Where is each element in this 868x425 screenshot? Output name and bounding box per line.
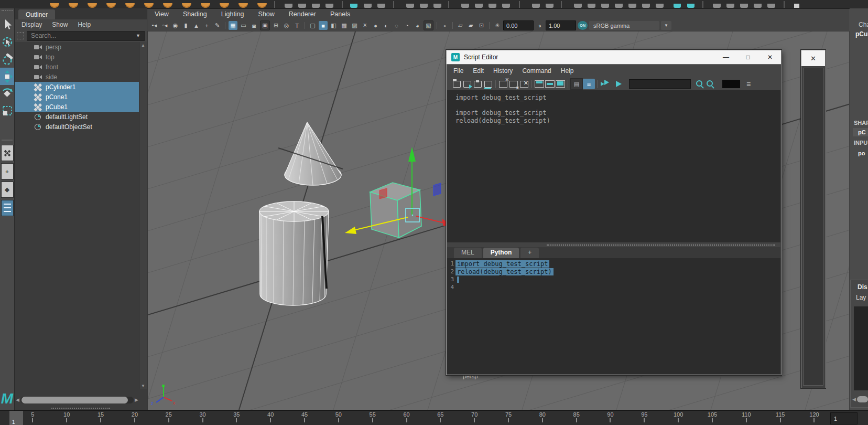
- input-node-name[interactable]: po: [858, 150, 865, 156]
- display-tab-label[interactable]: Dis: [858, 283, 867, 291]
- exposure-icon[interactable]: ✳: [493, 21, 502, 30]
- outliner-item[interactable]: top: [15, 52, 139, 62]
- history-line[interactable]: import debug_test_script: [455, 94, 780, 102]
- history-line[interactable]: reload(debug_test_script): [455, 117, 780, 125]
- rotate-tool-button[interactable]: [0, 85, 14, 102]
- timeline-tick[interactable]: 110: [729, 411, 763, 425]
- shelf-icon[interactable]: [364, 4, 372, 8]
- safe-title-icon[interactable]: T: [292, 21, 301, 30]
- scroll-left-icon[interactable]: ◀: [16, 397, 19, 402]
- shelf-icon[interactable]: [420, 4, 428, 8]
- shelf-icon[interactable]: [220, 3, 229, 8]
- load-script-button[interactable]: [451, 79, 462, 89]
- shaded-icon[interactable]: ■: [319, 21, 328, 30]
- shelf-icon[interactable]: [461, 4, 469, 8]
- viewport-menu-item[interactable]: Panels: [330, 10, 350, 18]
- select-tool-button[interactable]: [0, 16, 14, 33]
- layout-four-pane-button[interactable]: +: [1, 163, 14, 179]
- timeline-tick[interactable]: 85: [559, 411, 593, 425]
- timeline-tick[interactable]: 100: [661, 411, 696, 425]
- viewport-menu-item[interactable]: Lighting: [221, 10, 244, 18]
- isolate-select-icon[interactable]: ▫: [440, 21, 449, 30]
- grease-pencil-icon[interactable]: ✎: [213, 21, 222, 30]
- shelf-icon[interactable]: [201, 3, 210, 8]
- script-editor-tab[interactable]: +: [520, 248, 539, 258]
- shelf-icon[interactable]: [794, 4, 799, 8]
- grid-icon[interactable]: ▦: [229, 21, 237, 30]
- partial-window-titlebar[interactable]: ✕: [801, 50, 825, 66]
- shelf-icon[interactable]: [433, 4, 441, 8]
- shelf-icon[interactable]: [163, 3, 172, 8]
- shelf-icon[interactable]: [274, 1, 275, 8]
- clear-input-button[interactable]: [508, 79, 519, 89]
- shelf-icon[interactable]: [726, 4, 734, 8]
- lighting-icon[interactable]: ☀: [361, 21, 370, 30]
- timeline-tick[interactable]: 115: [763, 411, 797, 425]
- channels-menu-label[interactable]: Cha: [859, 21, 868, 28]
- timeline-tick[interactable]: 75: [492, 411, 526, 425]
- timeline-tick[interactable]: 65: [424, 411, 458, 425]
- shelf-icon[interactable]: [784, 1, 785, 8]
- shelf-icon[interactable]: [628, 4, 636, 8]
- paint-select-tool-button[interactable]: [0, 50, 14, 68]
- code-line[interactable]: 2 reload(debug_test_script): [447, 268, 780, 275]
- execute-button[interactable]: [612, 79, 623, 89]
- timeline-tick[interactable]: 95: [627, 411, 661, 425]
- layout-outliner-persp-button[interactable]: [1, 200, 14, 216]
- shelf-icon[interactable]: [754, 4, 762, 8]
- shelf-icon[interactable]: [342, 1, 343, 8]
- command-completion-button[interactable]: [570, 78, 583, 90]
- maximize-button[interactable]: □: [737, 50, 759, 64]
- scrollbar-thumb[interactable]: [857, 396, 868, 402]
- script-editor-menu-item[interactable]: Help: [561, 67, 574, 75]
- show-history-only-button[interactable]: [534, 79, 545, 89]
- wireframe-icon[interactable]: ▢: [308, 21, 317, 30]
- toolbox-grip[interactable]: [2, 10, 13, 15]
- timeline-tick[interactable]: 40: [254, 411, 288, 425]
- manipulator-plane-z-handle[interactable]: [433, 183, 441, 196]
- script-editor-menu-item[interactable]: History: [493, 67, 513, 75]
- panel-resize-grip[interactable]: [51, 408, 110, 409]
- shelf-icon[interactable]: [393, 1, 394, 8]
- shelf-icon[interactable]: [285, 4, 292, 8]
- manipulator-plane-x-handle[interactable]: [379, 188, 387, 199]
- outliner-menu-item[interactable]: Show: [52, 21, 68, 28]
- script-editor-tab[interactable]: MEL: [454, 248, 482, 258]
- shelf-icon[interactable]: [350, 4, 357, 8]
- outliner-item[interactable]: persp: [15, 42, 139, 52]
- clear-all-button[interactable]: [519, 79, 529, 89]
- scale-tool-button[interactable]: [0, 102, 14, 120]
- pan-zoom-icon[interactable]: +: [202, 21, 211, 30]
- shelf-icon[interactable]: [125, 3, 135, 8]
- shelf-icon[interactable]: [601, 4, 609, 8]
- script-editor-menu-item[interactable]: File: [453, 67, 463, 75]
- history-line[interactable]: [455, 102, 780, 110]
- color-space-arrow[interactable]: ▼: [661, 21, 671, 30]
- outliner-item[interactable]: side: [15, 72, 139, 82]
- execute-all-button[interactable]: [600, 79, 612, 89]
- shelf-icon[interactable]: [88, 3, 97, 8]
- gate-mask-icon[interactable]: ▣: [260, 20, 270, 30]
- outliner-tab[interactable]: Outliner: [18, 9, 55, 19]
- shelf-icon[interactable]: [642, 4, 650, 8]
- script-editor-menu-item[interactable]: Edit: [473, 67, 484, 75]
- outliner-item[interactable]: pCylinder1: [15, 82, 139, 92]
- shelf-icon[interactable]: [519, 1, 520, 8]
- camera-select-icon[interactable]: ▪◂: [150, 21, 159, 30]
- outliner-menu-item[interactable]: Help: [78, 21, 91, 28]
- shelf-icon[interactable]: [312, 4, 320, 8]
- shadows-icon[interactable]: ◐: [382, 21, 390, 30]
- film-gate-icon[interactable]: ▭: [239, 21, 248, 30]
- xray-joints-icon[interactable]: ⊡: [477, 21, 486, 30]
- field-chart-icon[interactable]: ⊞: [272, 21, 280, 30]
- cylinder-object[interactable]: [259, 201, 329, 305]
- timeline-tick[interactable]: 35: [220, 411, 254, 425]
- show-split-button[interactable]: [545, 79, 555, 89]
- lights-icon[interactable]: ●: [371, 21, 380, 30]
- layout-split-pane-button[interactable]: ◆: [1, 182, 14, 198]
- line-numbers-button[interactable]: [583, 79, 595, 89]
- outliner-vertical-scrollbar[interactable]: ▲ ▼: [139, 42, 147, 389]
- shelf-icon[interactable]: [588, 4, 595, 8]
- shelf-icon[interactable]: [532, 4, 540, 8]
- partial-window-close-button[interactable]: ✕: [810, 55, 816, 62]
